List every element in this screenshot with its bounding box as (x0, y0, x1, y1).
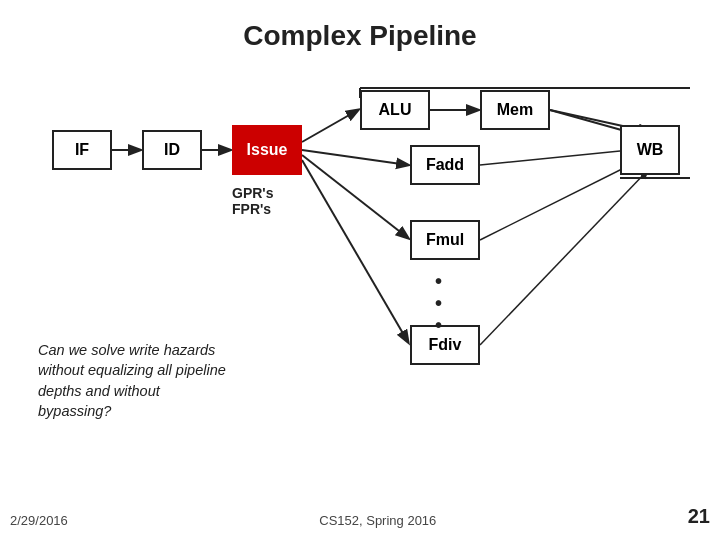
question-text: Can we solve write hazards without equal… (38, 340, 233, 421)
slide: Complex Pipeline (0, 0, 720, 540)
block-IF: IF (52, 130, 112, 170)
svg-line-13 (480, 150, 630, 165)
page-number: 21 (688, 505, 710, 528)
block-ID: ID (142, 130, 202, 170)
svg-line-14 (480, 160, 640, 240)
diagram-area: IF ID Issue ALU Mem Fadd Fmul Fdiv WB GP… (30, 70, 690, 450)
svg-line-15 (480, 170, 648, 345)
dots: • • • (435, 270, 442, 336)
date-label: 2/29/2016 (10, 513, 68, 528)
block-Issue: Issue (232, 125, 302, 175)
course-label: CS152, Spring 2016 (319, 513, 436, 528)
slide-title: Complex Pipeline (30, 20, 690, 52)
block-Mem: Mem (480, 90, 550, 130)
svg-line-4 (302, 155, 408, 238)
svg-line-3 (302, 150, 408, 165)
svg-line-2 (302, 110, 358, 142)
bottom-bar: 2/29/2016 CS152, Spring 2016 21 (0, 505, 720, 528)
block-Fmul: Fmul (410, 220, 480, 260)
block-WB: WB (620, 125, 680, 175)
svg-line-5 (302, 160, 408, 342)
block-Fadd: Fadd (410, 145, 480, 185)
block-Fdiv: Fdiv (410, 325, 480, 365)
gpr-label: GPR's FPR's (232, 185, 273, 217)
block-ALU: ALU (360, 90, 430, 130)
